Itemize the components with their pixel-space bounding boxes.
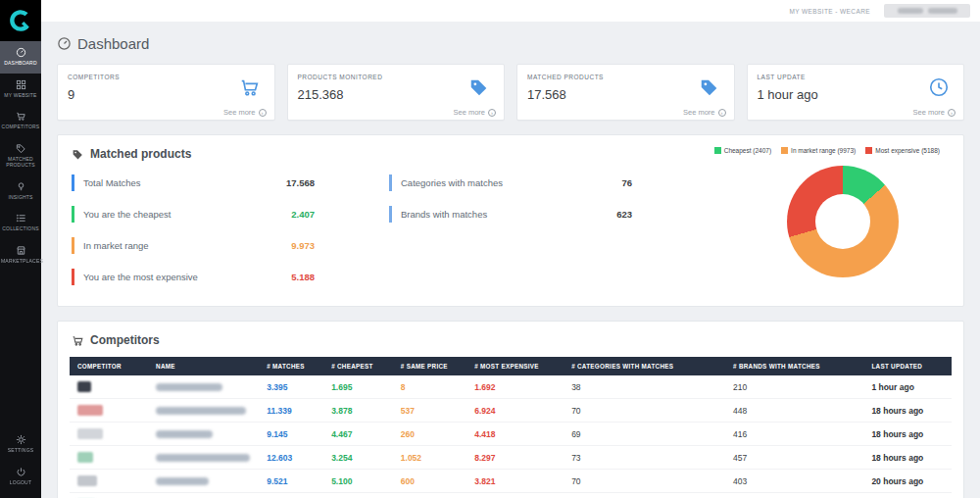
competitor-name-cell[interactable]	[148, 446, 259, 470]
store-icon	[16, 245, 26, 256]
sidebar-item-settings[interactable]: SETTINGS	[0, 428, 41, 461]
matched-stats-left: Total Matches 17.568 You are the cheapes…	[72, 174, 324, 300]
competitor-name-cell[interactable]	[148, 493, 259, 498]
arrow-circle-icon: ›	[488, 109, 496, 117]
sidebar-item-label: DASHBOARD	[1, 60, 40, 67]
categories-value: 70	[564, 399, 725, 423]
sidebar-item-insights[interactable]: INSIGHTS	[0, 175, 41, 208]
table-row[interactable]: 3.395 1.695 8 1.692 38 210 1 hour ago	[70, 375, 952, 399]
sidebar: DASHBOARD MY WEBSITE COMPETITORS MATCHED…	[0, 0, 41, 498]
see-more-link[interactable]: See more›	[683, 108, 726, 117]
matches-value: 9.145	[259, 423, 323, 446]
site-label: MY WEBSITE - WECARE	[789, 8, 870, 15]
same-price-value: 818	[393, 493, 466, 498]
table-row[interactable]: 9.145 4.467 260 4.418 69 416 18 hours ag…	[70, 423, 952, 446]
col-categories: # CATEGORIES WITH MATCHES	[564, 357, 725, 375]
competitor-name-redacted[interactable]	[156, 430, 213, 438]
app-logo[interactable]	[0, 0, 41, 41]
competitor-name-cell[interactable]	[148, 399, 259, 423]
stat-card-matched-products[interactable]: MATCHED PRODUCTS 17.568 See more›	[516, 64, 735, 121]
sidebar-item-collections[interactable]: COLLECTIONS	[0, 207, 41, 239]
sidebar-item-marketplaces[interactable]: MARKETPLACES	[0, 239, 41, 272]
bulb-icon	[16, 181, 26, 192]
user-menu-button[interactable]	[884, 4, 970, 18]
sidebar-item-label: SETTINGS	[1, 447, 40, 454]
sidebar-item-label: LOGOUT	[1, 479, 40, 486]
competitors-title-text: Competitors	[90, 333, 160, 347]
table-header-row: COMPETITOR NAME # MATCHES # CHEAPEST # S…	[70, 357, 952, 375]
sidebar-item-dashboard[interactable]: DASHBOARD	[0, 41, 41, 74]
competitor-logo	[77, 452, 93, 463]
stat-card-label: PRODUCTS MONITORED	[298, 74, 495, 80]
table-row[interactable]: 11.339 3.878 537 6.924 70 448 18 hours a…	[70, 399, 952, 423]
competitor-name-cell[interactable]	[148, 470, 259, 493]
cheapest-value: 4.467	[323, 423, 393, 446]
see-more-label: See more	[683, 108, 715, 117]
tag-icon	[72, 148, 84, 161]
col-brands: # BRANDS WITH MATCHES	[725, 357, 863, 375]
table-row[interactable]: 9.521 5.100 600 3.821 70 403 20 hours ag…	[70, 470, 952, 493]
arrow-circle-icon: ›	[259, 109, 267, 117]
stat-value: 623	[616, 209, 632, 220]
stat-value: 17.568	[286, 177, 315, 188]
table-row[interactable]: 12.603 3.254 1.052 8.297 73 457 18 hours…	[70, 446, 952, 470]
cheapest-value: 4.939	[323, 493, 393, 498]
col-matches: # MATCHES	[259, 357, 323, 375]
competitor-name-redacted[interactable]	[156, 383, 222, 391]
categories-value: 38	[564, 375, 725, 399]
see-more-link[interactable]: See more›	[453, 108, 496, 117]
stat-card-value: 1 hour ago	[758, 87, 955, 102]
legend-label: In market range (9973)	[791, 147, 856, 154]
stat-label: Total Matches	[83, 177, 141, 188]
main-content: Dashboard COMPETITORS 9 See more› PRODUC…	[41, 22, 980, 498]
stat-card-competitors[interactable]: COMPETITORS 9 See more›	[57, 64, 275, 121]
legend-item-most-expensive: Most expensive (5188)	[865, 147, 940, 154]
stat-you-cheapest: You are the cheapest 2.407	[72, 206, 324, 223]
stat-card-products-monitored[interactable]: PRODUCTS MONITORED 215.368 See more›	[287, 64, 506, 121]
brands-value: 448	[725, 399, 863, 423]
donut-chart-area: Cheapest (2407) In market range (9973) M…	[656, 147, 940, 277]
table-row[interactable]: 11.350 4.939 818 5.593 69 441 20 hours a…	[70, 493, 952, 498]
competitor-logo-cell	[70, 423, 148, 446]
gear-icon	[16, 434, 26, 445]
sidebar-item-competitors[interactable]: COMPETITORS	[0, 105, 41, 137]
stat-card-last-update[interactable]: LAST UPDATE 1 hour ago See more›	[747, 64, 965, 121]
sidebar-item-label: COLLECTIONS	[1, 225, 40, 232]
competitor-name-redacted[interactable]	[156, 477, 209, 485]
cart-icon	[72, 334, 84, 347]
most-expensive-value: 3.821	[466, 470, 564, 493]
competitor-logo-cell	[70, 375, 148, 399]
matched-products-title-text: Matched products	[90, 147, 191, 161]
stat-in-market-range: In market range 9.973	[72, 237, 324, 254]
legend-item-in-market-range: In market range (9973)	[781, 147, 856, 154]
sidebar-item-my-website[interactable]: MY WEBSITE	[0, 74, 41, 106]
dashboard-icon	[57, 36, 72, 51]
competitor-name-cell[interactable]	[148, 375, 259, 399]
see-more-link[interactable]: See more›	[912, 108, 956, 117]
see-more-label: See more	[453, 108, 485, 117]
legend-label: Most expensive (5188)	[875, 147, 940, 154]
competitor-name-cell[interactable]	[148, 423, 259, 446]
competitors-section: Competitors COMPETITOR NAME # MATCHES # …	[57, 321, 964, 498]
brands-value: 210	[725, 375, 863, 399]
matches-value: 3.395	[259, 375, 323, 399]
sidebar-item-matched-products[interactable]: MATCHED PRODUCTS	[0, 137, 41, 175]
competitor-logo	[77, 475, 97, 486]
legend-swatch	[781, 147, 788, 154]
competitor-name-redacted[interactable]	[156, 454, 250, 462]
see-more-label: See more	[223, 108, 256, 117]
competitors-table-body: 3.395 1.695 8 1.692 38 210 1 hour ago 11…	[70, 375, 952, 498]
power-icon	[16, 467, 26, 477]
col-name: NAME	[148, 357, 259, 375]
competitor-logo-cell	[70, 399, 148, 423]
same-price-value: 8	[393, 375, 466, 399]
sidebar-item-label: COMPETITORS	[1, 124, 40, 130]
see-more-link[interactable]: See more›	[223, 108, 267, 117]
sidebar-item-logout[interactable]: LOGOUT	[0, 461, 41, 493]
legend-item-cheapest: Cheapest (2407)	[714, 147, 771, 154]
col-cheapest: # CHEAPEST	[323, 357, 393, 375]
most-expensive-value: 8.297	[466, 446, 564, 470]
matches-value: 11.339	[259, 399, 323, 423]
stat-card-label: LAST UPDATE	[758, 74, 955, 80]
competitor-name-redacted[interactable]	[156, 407, 246, 415]
